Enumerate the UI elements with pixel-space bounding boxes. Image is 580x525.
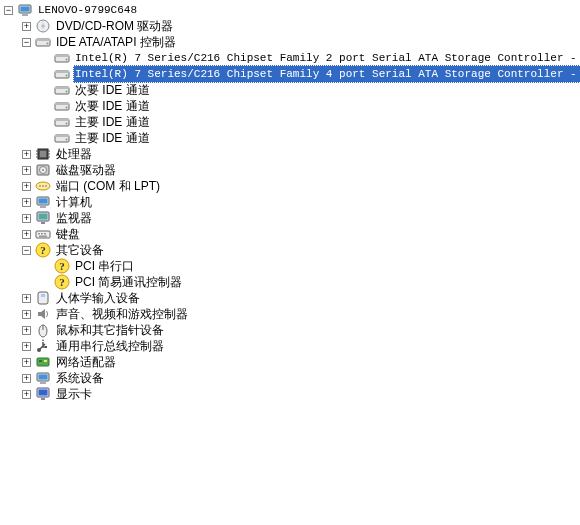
category-keyboard[interactable]: + 键盘 [2,226,580,242]
hid-icon [35,290,51,306]
unknown-icon [54,274,70,290]
dvd-icon [35,18,51,34]
category-label: 磁盘驱动器 [54,162,118,178]
unknown-icon [35,242,51,258]
device-label: Intel(R) 7 Series/C216 Chipset Family 4 … [73,65,580,83]
expand-icon[interactable]: + [22,294,31,303]
category-label: 端口 (COM 和 LPT) [54,178,162,194]
controller-icon [35,34,51,50]
device-item[interactable]: PCI 串行口 [2,258,580,274]
device-label: 次要 IDE 通道 [73,82,152,98]
expand-icon[interactable]: + [22,166,31,175]
expand-icon[interactable]: + [22,198,31,207]
expand-icon[interactable]: + [22,22,31,31]
device-label: PCI 简易通讯控制器 [73,274,184,290]
controller-icon [54,114,70,130]
expand-icon[interactable]: + [22,182,31,191]
category-mouse[interactable]: + 鼠标和其它指针设备 [2,322,580,338]
category-monitor[interactable]: + 监视器 [2,210,580,226]
category-label: IDE ATA/ATAPI 控制器 [54,34,178,50]
device-item[interactable]: 次要 IDE 通道 [2,98,580,114]
category-disk[interactable]: + 磁盘驱动器 [2,162,580,178]
category-label: 鼠标和其它指针设备 [54,322,166,338]
unknown-icon [54,258,70,274]
category-label: 处理器 [54,146,94,162]
collapse-icon[interactable]: − [22,38,31,47]
device-label: 主要 IDE 通道 [73,130,152,146]
expand-icon[interactable]: + [22,374,31,383]
device-item[interactable]: 主要 IDE 通道 [2,114,580,130]
category-label: 通用串行总线控制器 [54,338,166,354]
expand-icon[interactable]: + [22,214,31,223]
collapse-icon[interactable]: − [22,246,31,255]
network-icon [35,354,51,370]
category-gpu[interactable]: + 显示卡 [2,386,580,402]
category-label: 声音、视频和游戏控制器 [54,306,190,322]
category-label: 键盘 [54,226,82,242]
category-dvd[interactable]: + DVD/CD-ROM 驱动器 [2,18,580,34]
controller-icon [54,66,70,82]
computer-icon [35,194,51,210]
monitor-icon [35,210,51,226]
mouse-icon [35,322,51,338]
category-sys[interactable]: + 系统设备 [2,370,580,386]
expand-icon[interactable]: + [22,230,31,239]
collapse-icon[interactable]: − [4,6,13,15]
category-label: 系统设备 [54,370,106,386]
port-icon [35,178,51,194]
device-tree[interactable]: − LENOVO-9799C648 + DVD/CD-ROM 驱动器 − IDE… [0,0,580,402]
cpu-icon [35,146,51,162]
category-label: DVD/CD-ROM 驱动器 [54,18,175,34]
controller-icon [54,130,70,146]
expand-icon[interactable]: + [22,342,31,351]
controller-icon [54,98,70,114]
category-computer[interactable]: + 计算机 [2,194,580,210]
category-label: 计算机 [54,194,94,210]
category-label: 网络适配器 [54,354,118,370]
computer-icon [35,370,51,386]
category-label: 显示卡 [54,386,94,402]
category-net[interactable]: + 网络适配器 [2,354,580,370]
category-cpu[interactable]: + 处理器 [2,146,580,162]
device-item[interactable]: 主要 IDE 通道 [2,130,580,146]
expand-icon[interactable]: + [22,150,31,159]
expand-icon[interactable]: + [22,310,31,319]
controller-icon [54,82,70,98]
device-item[interactable]: Intel(R) 7 Series/C216 Chipset Family 2 … [2,50,580,66]
category-hid[interactable]: + 人体学输入设备 [2,290,580,306]
device-item-selected[interactable]: Intel(R) 7 Series/C216 Chipset Family 4 … [2,66,580,82]
category-ide[interactable]: − IDE ATA/ATAPI 控制器 [2,34,580,50]
expand-icon[interactable]: + [22,326,31,335]
device-label: 次要 IDE 通道 [73,98,152,114]
category-port[interactable]: + 端口 (COM 和 LPT) [2,178,580,194]
category-label: 监视器 [54,210,94,226]
usb-icon [35,338,51,354]
category-usb[interactable]: + 通用串行总线控制器 [2,338,580,354]
computer-icon [17,2,33,18]
tree-root[interactable]: − LENOVO-9799C648 [2,2,580,18]
root-label: LENOVO-9799C648 [36,2,139,18]
controller-icon [54,50,70,66]
device-label: 主要 IDE 通道 [73,114,152,130]
device-item[interactable]: PCI 简易通讯控制器 [2,274,580,290]
keyboard-icon [35,226,51,242]
device-label: Intel(R) 7 Series/C216 Chipset Family 2 … [73,50,580,66]
category-label: 其它设备 [54,242,106,258]
category-other[interactable]: − 其它设备 [2,242,580,258]
device-label: PCI 串行口 [73,258,136,274]
disk-icon [35,162,51,178]
category-sound[interactable]: + 声音、视频和游戏控制器 [2,306,580,322]
device-item[interactable]: 次要 IDE 通道 [2,82,580,98]
category-label: 人体学输入设备 [54,290,142,306]
expand-icon[interactable]: + [22,358,31,367]
expand-icon[interactable]: + [22,390,31,399]
sound-icon [35,306,51,322]
display-icon [35,386,51,402]
